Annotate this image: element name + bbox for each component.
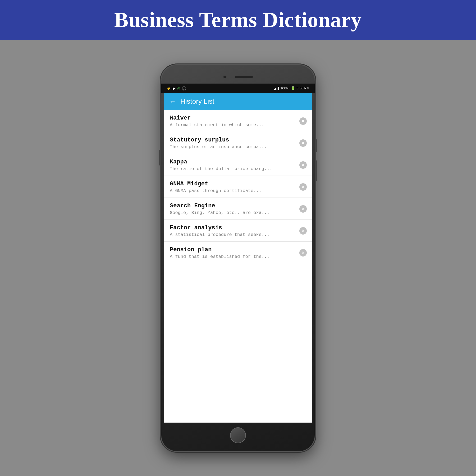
history-item-title: GNMA Midget — [170, 181, 296, 187]
play-icon: ▶ — [173, 86, 176, 90]
phone-frame: ⚡ ▶ ◎ 🎧 100% 🔋 5:56 PM ← — [161, 65, 315, 451]
phone-top — [161, 70, 315, 84]
back-button[interactable]: ← — [169, 97, 176, 106]
history-item-title: Waiver — [170, 115, 296, 121]
time-display: 5:56 PM — [297, 86, 309, 90]
battery-icon: 🔋 — [291, 86, 295, 90]
status-bar: ⚡ ▶ ◎ 🎧 100% 🔋 5:56 PM — [161, 84, 315, 93]
signal-bar-2 — [275, 88, 276, 90]
signal-bar-4 — [278, 87, 279, 90]
history-item-title: Pension plan — [170, 246, 296, 253]
history-item-description: Google, Bing, Yahoo, etc., are exa... — [170, 210, 296, 215]
history-item-title: Statutory surplus — [170, 137, 296, 143]
history-item-description: The ratio of the dollar price chang... — [170, 166, 296, 171]
app-title: Business Terms Dictionary — [114, 8, 362, 32]
app-bar-title: History List — [180, 97, 214, 106]
phone-top-bar — [223, 75, 253, 79]
history-item-description: A statistical procedure that seeks... — [170, 232, 296, 237]
history-item-content: Search EngineGoogle, Bing, Yahoo, etc., … — [170, 203, 296, 215]
headset-icon: 🎧 — [182, 86, 186, 90]
history-item-description: A GNMA pass-through certificate... — [170, 188, 296, 193]
volume-button — [159, 150, 161, 166]
signal-bar-3 — [277, 88, 277, 90]
history-item-title: Factor analysis — [170, 225, 296, 231]
history-item-content: GNMA MidgetA GNMA pass-through certifica… — [170, 181, 296, 193]
home-button[interactable] — [230, 427, 246, 443]
usb-icon: ⚡ — [167, 86, 171, 90]
remove-item-button[interactable]: × — [299, 249, 307, 257]
list-item[interactable]: WaiverA formal statement in which some..… — [164, 110, 312, 132]
history-item-description: The surplus of an insurance compa... — [170, 144, 296, 149]
battery-text: 100% — [280, 86, 289, 90]
list-item[interactable]: KappaThe ratio of the dollar price chang… — [164, 154, 312, 176]
history-item-content: KappaThe ratio of the dollar price chang… — [170, 159, 296, 171]
app-header: Business Terms Dictionary — [0, 0, 476, 40]
list-item[interactable]: GNMA MidgetA GNMA pass-through certifica… — [164, 176, 312, 198]
list-item[interactable]: Statutory surplusThe surplus of an insur… — [164, 132, 312, 154]
list-item[interactable]: Search EngineGoogle, Bing, Yahoo, etc., … — [164, 198, 312, 220]
history-item-title: Search Engine — [170, 203, 296, 209]
power-button-top — [315, 139, 317, 152]
history-item-content: Factor analysisA statistical procedure t… — [170, 225, 296, 237]
history-item-description: A formal statement in which some... — [170, 122, 296, 127]
remove-item-button[interactable]: × — [299, 205, 307, 213]
history-item-content: WaiverA formal statement in which some..… — [170, 115, 296, 127]
signal-bar-1 — [274, 89, 275, 90]
phone-bottom — [161, 425, 315, 443]
remove-item-button[interactable]: × — [299, 227, 307, 235]
main-area: ⚡ ▶ ◎ 🎧 100% 🔋 5:56 PM ← — [0, 40, 476, 476]
phone-screen: ← History List WaiverA formal statement … — [164, 93, 312, 423]
history-item-title: Kappa — [170, 159, 296, 165]
status-left: ⚡ ▶ ◎ 🎧 — [167, 86, 186, 90]
history-item-content: Pension planA fund that is established f… — [170, 246, 296, 259]
power-button-bottom — [315, 160, 317, 181]
remove-item-button[interactable]: × — [299, 117, 307, 125]
remove-item-button[interactable]: × — [299, 183, 307, 191]
list-item[interactable]: Factor analysisA statistical procedure t… — [164, 220, 312, 242]
history-item-description: A fund that is established for the... — [170, 254, 296, 259]
app-bar: ← History List — [164, 93, 312, 110]
remove-item-button[interactable]: × — [299, 161, 307, 169]
location-icon: ◎ — [177, 86, 180, 90]
history-item-content: Statutory surplusThe surplus of an insur… — [170, 137, 296, 149]
history-list: WaiverA formal statement in which some..… — [164, 110, 312, 423]
speaker — [235, 76, 253, 78]
front-camera — [223, 75, 227, 79]
list-item[interactable]: Pension planA fund that is established f… — [164, 242, 312, 263]
status-right: 100% 🔋 5:56 PM — [274, 86, 309, 90]
signal-bars — [274, 86, 279, 90]
remove-item-button[interactable]: × — [299, 139, 307, 147]
